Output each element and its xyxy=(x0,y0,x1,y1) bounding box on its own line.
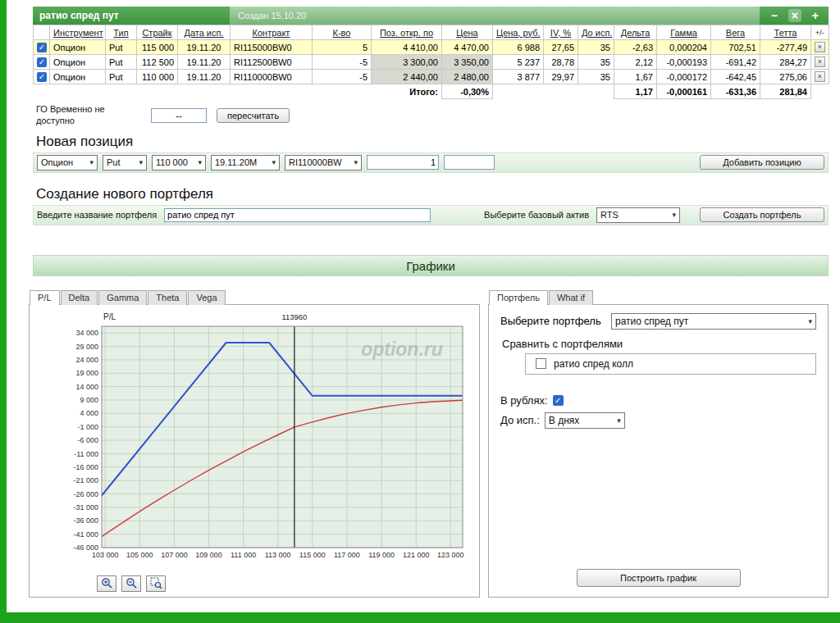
rubles-checkbox[interactable]: ✓ xyxy=(553,395,564,406)
x-tick-label: 121 000 xyxy=(403,551,430,559)
col-header-theta[interactable]: Тетта xyxy=(760,25,811,40)
col-header-open[interactable]: Поз. откр. по xyxy=(372,25,442,40)
cell-open: 3 300,00 xyxy=(372,55,442,70)
cell-instrument: Опцион xyxy=(50,70,106,84)
row-checkbox[interactable]: ✓ xyxy=(37,43,47,52)
minimize-icon[interactable]: − xyxy=(771,9,778,22)
cell-days: 35 xyxy=(578,40,614,55)
zoom-in-button[interactable] xyxy=(97,575,116,592)
portfolio-name-input[interactable] xyxy=(164,208,431,222)
build-chart-button[interactable]: Построить график xyxy=(577,569,741,587)
y-tick-label: -31 000 xyxy=(73,502,98,511)
recalculate-button[interactable]: пересчитать xyxy=(217,108,290,123)
col-header-price-rub[interactable]: Цена, руб. xyxy=(493,25,544,40)
y-tick-label: -21 000 xyxy=(73,476,98,484)
delete-row-button[interactable]: × xyxy=(815,57,825,67)
col-header-price[interactable]: Цена xyxy=(442,25,493,40)
go-section: ГО Временно не доступно пересчитать xyxy=(36,104,829,127)
col-header-expiry[interactable]: Дата исп. xyxy=(178,25,231,40)
zoom-area-button[interactable] xyxy=(146,575,166,592)
portfolio-select[interactable]: ратио спред пут ▾ xyxy=(611,313,816,330)
cell-delta: -2,63 xyxy=(614,40,657,55)
totals-row: Итого: -0,30% 1,17 -0,000161 -631,36 281… xyxy=(34,84,829,99)
tab-delta[interactable]: Delta xyxy=(61,290,98,305)
rubles-label: В рублях: xyxy=(500,394,548,407)
col-header-strike[interactable]: Страйк xyxy=(137,25,178,40)
chart-tabs: P/L Delta Gamma Theta Vega xyxy=(30,290,480,305)
cell-type: Put xyxy=(106,55,137,70)
col-header-delta[interactable]: Дельта xyxy=(614,25,657,40)
tab-gamma[interactable]: Gamma xyxy=(98,290,147,305)
table-header-row: Инструмент Тип Страйк Дата исп. Контракт… xyxy=(34,25,829,40)
row-checkbox[interactable]: ✓ xyxy=(37,72,47,82)
col-header-plusminus: +/- xyxy=(811,25,829,40)
chevron-down-icon: ▾ xyxy=(135,158,146,166)
cell-type: Put xyxy=(106,40,137,55)
tab-pl[interactable]: P/L xyxy=(30,290,60,305)
chevron-down-icon: ▾ xyxy=(86,158,97,166)
x-tick-label: 109 000 xyxy=(195,551,222,559)
portfolio-window-header: ратио спред пут Создан 15.10.20 − × + xyxy=(33,7,829,25)
col-header-type[interactable]: Тип xyxy=(106,25,137,40)
new-position-row: Опцион ▾ Put ▾ 110 000 ▾ 19.11.20M ▾ RI1… xyxy=(33,152,829,173)
portfolio-title: ратио спред пут xyxy=(33,10,230,21)
y-tick-label: -6 000 xyxy=(77,436,98,444)
chevron-down-icon: ▾ xyxy=(614,416,624,425)
go-value-input[interactable] xyxy=(151,108,207,123)
type-select[interactable]: Put ▾ xyxy=(103,155,147,171)
tab-theta[interactable]: Theta xyxy=(148,290,187,305)
y-tick-label: 34 000 xyxy=(75,329,98,337)
col-header-vega[interactable]: Вега xyxy=(711,25,760,40)
type-select-value: Put xyxy=(107,157,121,167)
totals-gamma: -0,000161 xyxy=(657,84,711,99)
zoom-out-button[interactable] xyxy=(121,575,141,592)
col-header-instrument[interactable]: Инструмент xyxy=(50,25,106,40)
col-header-gamma[interactable]: Гамма xyxy=(657,25,711,40)
y-tick-label: -16 000 xyxy=(73,462,98,471)
x-tick-label: 115 000 xyxy=(299,551,326,559)
col-header-qty[interactable]: К-во xyxy=(313,25,372,40)
days-select[interactable]: В днях ▾ xyxy=(545,412,625,429)
x-tick-label: 117 000 xyxy=(334,551,360,559)
add-position-button[interactable]: Добавить позицию xyxy=(700,155,824,170)
delete-row-button[interactable]: × xyxy=(815,42,825,52)
cell-instrument: Опцион xyxy=(50,40,106,55)
expiry-select-value: 19.11.20M xyxy=(215,157,257,167)
create-portfolio-button[interactable]: Создать портфель xyxy=(700,207,824,222)
cell-theta: 275,06 xyxy=(760,70,811,84)
tab-portfolio[interactable]: Портфель xyxy=(489,290,548,305)
expiry-select[interactable]: 19.11.20M ▾ xyxy=(211,155,280,171)
cell-theta: -277,49 xyxy=(760,40,811,55)
quantity-input[interactable] xyxy=(367,155,439,170)
tab-vega[interactable]: Vega xyxy=(188,290,225,305)
instrument-select[interactable]: Опцион ▾ xyxy=(37,155,98,171)
totals-delta: 1,17 xyxy=(614,84,657,99)
strike-select[interactable]: 110 000 ▾ xyxy=(152,155,206,171)
y-tick-label: 29 000 xyxy=(75,342,98,350)
contract-select-value: RI110000BW xyxy=(289,157,342,167)
col-header-iv[interactable]: IV, % xyxy=(544,25,578,40)
row-checkbox[interactable]: ✓ xyxy=(37,57,47,67)
compare-checkbox[interactable] xyxy=(536,358,546,369)
zoom-out-icon xyxy=(126,577,138,589)
base-asset-select[interactable]: RTS ▾ xyxy=(596,207,680,223)
cell-strike: 112 500 xyxy=(137,55,178,70)
close-icon[interactable]: × xyxy=(788,9,801,22)
cell-strike: 115 000 xyxy=(137,40,178,55)
price-input[interactable] xyxy=(444,155,495,170)
zoom-in-icon xyxy=(101,577,113,589)
cell-strike: 110 000 xyxy=(137,70,178,84)
add-icon[interactable]: + xyxy=(812,9,819,22)
portfolio-tabs: Портфель What if xyxy=(489,290,829,305)
totals-theta: 281,84 xyxy=(760,84,811,99)
x-tick-label: 105 000 xyxy=(126,551,153,559)
x-tick-label: 119 000 xyxy=(368,551,395,559)
portfolio-select-label: Выберите портфель xyxy=(500,315,601,327)
col-header-days[interactable]: До исп. xyxy=(578,25,614,40)
cell-contract: RI115000BW0 xyxy=(231,40,313,55)
tab-what-if[interactable]: What if xyxy=(549,290,593,305)
cell-price: 3 350,00 xyxy=(442,55,493,70)
contract-select[interactable]: RI110000BW ▾ xyxy=(285,155,362,171)
delete-row-button[interactable]: × xyxy=(815,71,825,82)
col-header-contract[interactable]: Контракт xyxy=(231,25,313,40)
